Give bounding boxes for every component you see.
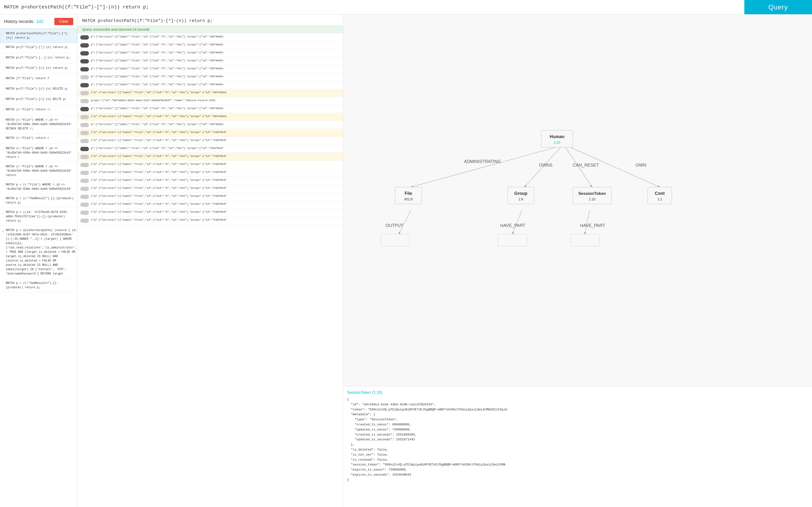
- history-count: 142: [36, 19, 44, 24]
- star-icon[interactable]: ☆: [2, 56, 4, 61]
- result-text: p":{"vertices":[{"label":"File","id":{"o…: [91, 51, 223, 55]
- svg-line-8: [399, 210, 411, 234]
- svg-text:OUTPUT: OUTPUT: [386, 223, 403, 228]
- result-toggle[interactable]: [80, 75, 89, 79]
- star-icon[interactable]: ☆: [2, 165, 4, 170]
- history-item[interactable]: ☆MATCH (r:"File") WHERE r.id <> '8cd5e7d…: [0, 115, 77, 133]
- result-row: {"p":{"vertices":[{"label":"File","id":{…: [77, 201, 343, 209]
- result-toggle[interactable]: [80, 67, 89, 71]
- result-toggle[interactable]: [80, 139, 89, 143]
- result-toggle[interactable]: [80, 187, 89, 191]
- star-icon[interactable]: ★: [2, 229, 4, 233]
- result-row: {"p":{"vertices":[{"label":"File","id":{…: [77, 113, 343, 121]
- result-toggle[interactable]: [80, 211, 89, 215]
- history-item-text: MATCH (f:"File") return f: [6, 76, 49, 80]
- result-text: p":{"vertices":[{"label":"File","id":{"o…: [91, 122, 223, 126]
- star-icon[interactable]: ☆: [2, 183, 4, 188]
- history-item[interactable]: ☆MATCH p=(f:"File")-[..]-(n) return p;: [0, 53, 77, 63]
- result-toggle[interactable]: [80, 163, 89, 167]
- result-row: p":{"vertices":[{"label":"File","id":{"o…: [77, 57, 343, 65]
- result-toggle[interactable]: [80, 131, 89, 135]
- result-text: p":{"vertices":[{"label":"File","id":{"o…: [91, 146, 223, 151]
- history-item[interactable]: ☆MATCH p = (r:"VadResult")-[]-(producer)…: [0, 194, 77, 208]
- result-toggle[interactable]: [80, 91, 89, 95]
- result-toggle[interactable]: [80, 194, 89, 199]
- results-query-display: MATCH p=shortestPath((f:"File")-[*]-(n))…: [77, 14, 343, 25]
- result-toggle[interactable]: [80, 59, 89, 63]
- star-icon[interactable]: ☆: [2, 136, 4, 141]
- result-toggle[interactable]: [80, 99, 89, 103]
- result-toggle[interactable]: [80, 171, 89, 175]
- result-row: p":{"vertices":[{"label":"File","id":{"o…: [77, 49, 343, 57]
- svg-text:CAN_RESET: CAN_RESET: [573, 163, 599, 168]
- history-item[interactable]: ☆MATCH (f:"File") return f: [0, 74, 77, 84]
- history-item-text: MATCH p = (r:"VadResult")-[]-(producer) …: [6, 196, 75, 205]
- history-item[interactable]: ★MATCH p = allshortestpaths( (source { i…: [0, 226, 77, 279]
- result-toggle[interactable]: [80, 83, 89, 88]
- query-input[interactable]: [0, 0, 744, 14]
- history-item[interactable]: ☆MATCH (r:"File") WHERE r.id <> '8cd5e7d…: [0, 162, 77, 180]
- history-item[interactable]: ☆MATCH p = (r:"File") WHERE r.id <> '8cd…: [0, 180, 77, 194]
- history-item[interactable]: ☆MATCH (r:"File") WHERE r.id <> '8cd5e7d…: [0, 144, 77, 162]
- star-icon[interactable]: ☆: [2, 46, 4, 50]
- svg-line-12: [585, 210, 590, 234]
- result-toggle[interactable]: [80, 43, 89, 48]
- result-row: {"p":{"vertices":[{"label":"File","id":{…: [77, 209, 343, 217]
- history-item[interactable]: ☆MATCH (r:"File") return r: [0, 133, 77, 144]
- svg-text:OWNS: OWNS: [539, 163, 552, 168]
- result-row: p":{"vertices":[{"label":"File","id":{"o…: [77, 145, 343, 153]
- svg-text:ADMINISTRATING: ADMINISTRATING: [464, 159, 501, 164]
- result-toggle[interactable]: [80, 219, 89, 223]
- result-toggle[interactable]: [80, 179, 89, 183]
- star-icon[interactable]: ☆: [2, 211, 4, 215]
- result-text: {"p":{"vertices":[{"label":"File","id":{…: [91, 162, 226, 166]
- svg-rect-30: [498, 234, 527, 246]
- result-toggle[interactable]: [80, 203, 89, 207]
- result-row: p":{"vertices":[{"label":"File","id":{"o…: [77, 105, 343, 113]
- detail-title-end: ): [381, 390, 382, 394]
- clear-button[interactable]: Clear: [54, 18, 73, 25]
- star-icon[interactable]: ☆: [2, 282, 4, 286]
- star-icon[interactable]: ☆: [2, 87, 4, 92]
- graph-area[interactable]: ADMINISTRATING OWNS CAN_RESET OWN OUTPUT…: [343, 14, 812, 386]
- svg-text:OWN: OWN: [636, 163, 646, 168]
- result-toggle[interactable]: [80, 115, 89, 119]
- history-item[interactable]: ☆MATCH p=(f:"File")-[*]-(n) return p;: [0, 43, 77, 53]
- svg-line-10: [512, 210, 522, 234]
- star-icon[interactable]: ☆: [2, 108, 4, 113]
- result-toggle[interactable]: [80, 35, 89, 40]
- history-item[interactable]: ☆MATCH p = ((id: 'b71fbcd9-8b79-4335- a0…: [0, 208, 77, 226]
- result-text: {"p":{"vertices":[{"label":"File","id":{…: [91, 130, 226, 134]
- result-toggle[interactable]: [80, 51, 89, 56]
- history-item-text: MATCH (r:"File") return r;: [6, 107, 51, 112]
- star-icon[interactable]: ☆: [2, 98, 4, 102]
- history-item[interactable]: ☆MATCH p = (r:"VadResults")-[]-(producer…: [0, 279, 77, 292]
- star-icon[interactable]: ☆: [2, 66, 4, 71]
- right-panel: ADMINISTRATING OWNS CAN_RESET OWN OUTPUT…: [343, 14, 812, 507]
- star-icon[interactable]: ☆: [2, 32, 5, 37]
- history-item[interactable]: ☆MATCH p=shortestPath((f:"File")-[*]-(n)…: [0, 29, 77, 43]
- history-item[interactable]: ☆MATCH (r:"File") return r;: [0, 105, 77, 115]
- result-text: {"p":{"vertices":[{"label":"File","id":{…: [91, 114, 226, 119]
- history-item[interactable]: ☆MATCH p=(f:"File")-[r]-(n) DELETE p;: [0, 84, 77, 95]
- result-text: {"p":{"vertices":[{"label":"File","id":{…: [91, 202, 226, 206]
- star-icon[interactable]: ☆: [2, 118, 4, 123]
- result-text: {"p":{"vertices":[{"label":"File","id":{…: [91, 170, 226, 174]
- result-row: {"p":{"vertices":[{"label":"File","id":{…: [77, 137, 343, 145]
- result-toggle[interactable]: [80, 155, 89, 159]
- svg-rect-29: [380, 234, 410, 246]
- detail-title-text: SessionToken (: [347, 390, 373, 394]
- svg-line-0: [411, 147, 556, 187]
- result-toggle[interactable]: [80, 107, 89, 111]
- result-toggle[interactable]: [80, 147, 89, 151]
- result-row: p":{"vertices":[{"label":"File","id":{"o…: [77, 121, 343, 129]
- star-icon[interactable]: ☆: [2, 197, 4, 202]
- history-item[interactable]: ☆MATCH p=(f:"File")-[r]-(n) DELTE p;: [0, 95, 77, 105]
- query-button[interactable]: Query: [744, 0, 812, 14]
- history-item-text: MATCH p=(f:"File")-[r]-(n) DELETE p;: [6, 87, 68, 91]
- history-item-text: MATCH p = (r:"File") WHERE r.id <> '8cd5…: [6, 182, 75, 191]
- star-icon[interactable]: ☆: [2, 147, 4, 152]
- star-icon[interactable]: ☆: [2, 77, 4, 81]
- history-item[interactable]: ☆MATCH p=(f:"File")-[r]-(n) return p;: [0, 63, 77, 74]
- result-toggle[interactable]: [80, 123, 89, 127]
